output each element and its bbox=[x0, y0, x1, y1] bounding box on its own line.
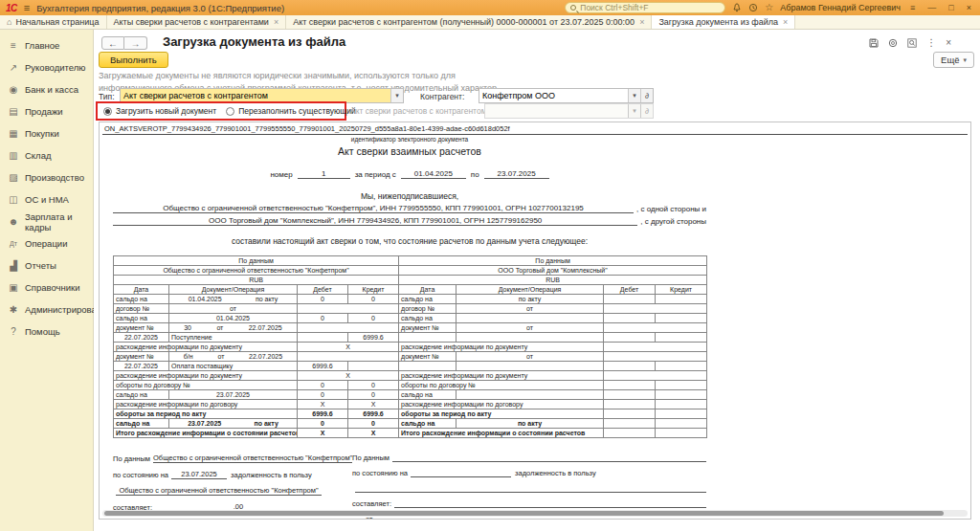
party1-suffix: , с одной стороны и bbox=[634, 205, 706, 213]
sidebar-item-proizvodstvo[interactable]: ▨Производство bbox=[0, 166, 93, 188]
print-icon[interactable] bbox=[888, 38, 898, 48]
doc-table-cell: договор № bbox=[114, 304, 169, 314]
tab-3[interactable]: Акт сверки расчетов с контрагентом (полу… bbox=[286, 15, 652, 29]
tab-label: Загрузка документа из файла bbox=[658, 17, 778, 27]
doc-table-cell bbox=[298, 304, 399, 314]
sidebar-item-prodazhi[interactable]: ▤Продажи bbox=[0, 100, 93, 122]
sidebar-item-zarplata-i-kadry[interactable]: ☻Зарплата и кадры bbox=[0, 210, 93, 232]
more-button[interactable]: Ещё ▾ bbox=[933, 52, 974, 68]
reconciliation-dropdown-icon: ▾ bbox=[628, 104, 640, 118]
save-icon[interactable] bbox=[869, 38, 879, 48]
doc-table-cell: от bbox=[169, 304, 298, 314]
operatsii-icon: Дт bbox=[8, 240, 19, 247]
party2-suffix: , с другой стороны bbox=[637, 217, 706, 226]
doc-table-cell: по акту bbox=[457, 295, 604, 304]
doc-table-cell: расхождение информации по договору bbox=[114, 400, 298, 409]
radio-load-new-document[interactable]: Загрузить новый документ bbox=[103, 106, 216, 116]
current-user-name[interactable]: Абрамов Геннадий Сергеевич bbox=[780, 3, 901, 12]
period-label: за период с bbox=[355, 170, 396, 179]
preview-icon[interactable] bbox=[907, 38, 917, 48]
signature-right-column: По данным по состоянию назадолженность в… bbox=[352, 447, 706, 520]
sidebar-item-bank-i-kassa[interactable]: ◉Банк и касса bbox=[0, 78, 93, 100]
close-window-button[interactable]: × bbox=[964, 2, 974, 13]
doc-table-cell bbox=[457, 333, 604, 343]
doc-table-cell: расхождение информации по документу bbox=[399, 371, 604, 381]
amount-label: составляет: bbox=[352, 499, 391, 508]
sidebar-item-label: Банк и касса bbox=[25, 84, 78, 95]
maximize-button[interactable]: □ bbox=[946, 2, 956, 13]
tab-close-icon[interactable]: × bbox=[639, 17, 644, 27]
doc-table-cell: RUB bbox=[399, 276, 707, 285]
close-form-icon[interactable]: × bbox=[946, 37, 951, 48]
doc-table-cell: 6999.6 bbox=[298, 409, 348, 419]
main-menu-icon[interactable]: ≡ bbox=[24, 3, 30, 12]
favorites-star-icon[interactable]: ☆ bbox=[765, 3, 773, 12]
type-dropdown-icon[interactable]: ▾ bbox=[390, 89, 403, 102]
reconciliation-act-input[interactable]: ▾ ∂ bbox=[484, 103, 654, 119]
radio-unselected-icon[interactable] bbox=[226, 107, 234, 116]
doc-table-cell bbox=[656, 295, 707, 304]
by-data-value: Общество с ограниченной ответственностью… bbox=[153, 454, 352, 463]
tab-4[interactable]: Загрузка документа из файла× bbox=[652, 15, 795, 29]
amount-value bbox=[394, 499, 706, 508]
doc-table-cell: обороты за период по акту bbox=[114, 409, 298, 419]
radio-refill-existing[interactable]: Перезаполнить существующий bbox=[226, 106, 356, 116]
search-icon bbox=[570, 5, 576, 11]
as-of-label: по состоянию на bbox=[352, 469, 408, 477]
minimize-button[interactable]: — bbox=[924, 2, 939, 13]
doc-table-cell: 0 bbox=[298, 390, 348, 400]
signature-left-column: По даннымОбщество с ограниченной ответст… bbox=[113, 447, 322, 520]
tab-close-icon[interactable]: × bbox=[274, 17, 278, 27]
notifications-bell-icon[interactable] bbox=[732, 3, 742, 12]
sidebar-item-sklad[interactable]: ▥Склад bbox=[0, 144, 93, 166]
doc-table-cell: Кредит bbox=[656, 285, 707, 295]
from-value: Общество с ограниченной ответственностью… bbox=[136, 519, 335, 520]
counterparty-dropdown-icon[interactable]: ▾ bbox=[628, 89, 640, 102]
home-icon: ⌂ bbox=[7, 17, 11, 27]
type-label: Тип: bbox=[99, 92, 115, 101]
by-data-label: По данным bbox=[113, 454, 150, 463]
doc-table-cell: 01.04.2025 bbox=[169, 314, 298, 323]
scrollbar-thumb[interactable] bbox=[104, 511, 944, 516]
more-dots-icon[interactable]: ⋮ bbox=[926, 37, 936, 48]
sidebar-item-pokupki[interactable]: ▦Покупки bbox=[0, 122, 93, 144]
signature-section: По даннымОбщество с ограниченной ответст… bbox=[113, 447, 706, 520]
doc-table-cell bbox=[604, 333, 656, 343]
sidebar-item-rukovoditelyu[interactable]: ↗Руководителю bbox=[0, 56, 93, 78]
doc-table-cell: 0 bbox=[348, 381, 399, 390]
back-arrow-button[interactable]: ← bbox=[101, 36, 124, 50]
party2-line: ООО Торговый дом "Комплексный", ИНН 7799… bbox=[113, 216, 706, 226]
sidebar-item-administrirovanie[interactable]: ✱Администрирование bbox=[0, 299, 93, 321]
execute-button[interactable]: Выполнить bbox=[99, 52, 168, 68]
as-of-value: 23.07.2025 bbox=[171, 470, 227, 479]
sidebar-item-pomoshch[interactable]: ?Помощь bbox=[0, 321, 93, 343]
doc-table-cell bbox=[604, 323, 707, 333]
sidebar-item-os-i-nma[interactable]: ◫ОС и НМА bbox=[0, 188, 93, 210]
sidebar-item-operatsii[interactable]: ДтОперации bbox=[0, 232, 93, 254]
panels-icon[interactable]: ≡ bbox=[907, 2, 918, 13]
counterparty-open-link-icon[interactable]: ∂ bbox=[640, 89, 653, 102]
doc-table-cell: По данным bbox=[399, 256, 707, 266]
doc-table-cell: от bbox=[457, 304, 604, 314]
global-search-input[interactable]: Поиск Ctrl+Shift+F bbox=[565, 2, 725, 13]
doc-table-cell: документ № bbox=[114, 323, 169, 333]
forward-arrow-button[interactable]: → bbox=[124, 36, 147, 50]
radio-group-highlight: Загрузить новый документ Перезаполнить с… bbox=[96, 101, 346, 121]
1c-logo: 1С bbox=[6, 3, 17, 13]
sidebar-item-glavnoe[interactable]: ≡Главное bbox=[0, 34, 93, 56]
horizontal-scrollbar[interactable] bbox=[102, 510, 968, 517]
radio-selected-icon[interactable] bbox=[103, 107, 112, 116]
counterparty-label: Контрагент: bbox=[420, 92, 464, 101]
counterparty-input[interactable]: Конфетпром ООО ▾ ∂ bbox=[479, 88, 654, 103]
content-panel: ← → Загрузка документа из файла ⋮ × Выпо… bbox=[94, 30, 980, 531]
tab-close-icon[interactable]: × bbox=[783, 17, 788, 27]
history-clock-icon[interactable] bbox=[748, 3, 758, 12]
pomoshch-icon: ? bbox=[8, 326, 19, 337]
tab-2[interactable]: Акты сверки расчетов с контрагентами× bbox=[107, 15, 287, 29]
sidebar-item-otchety[interactable]: ▟Отчеты bbox=[0, 254, 93, 277]
as-of-value bbox=[411, 469, 511, 477]
sidebar-item-spravochniki[interactable]: ▣Справочники bbox=[0, 277, 93, 299]
doc-table-cell bbox=[656, 419, 707, 429]
tab-1[interactable]: ⌂Начальная страница bbox=[0, 15, 107, 29]
doc-table-cell: расхождение информации по документу bbox=[399, 343, 604, 352]
